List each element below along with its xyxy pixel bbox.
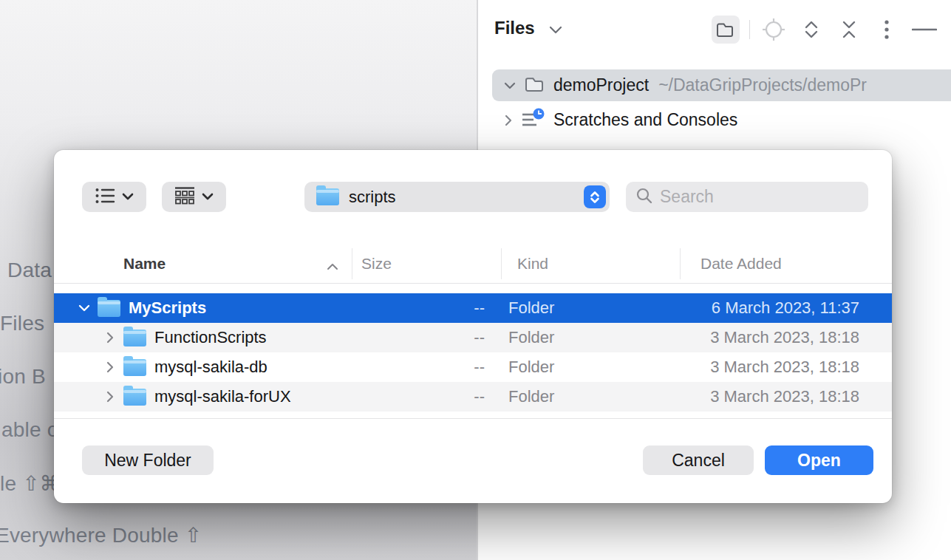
folder-outline-icon: [525, 75, 545, 96]
date-added-cell: 3 March 2023, 18:18: [680, 328, 892, 347]
tree-item-label: Scratches and Consoles: [553, 110, 737, 130]
chevron-down-icon[interactable]: [78, 304, 91, 313]
date-added-cell: 6 March 2023, 11:37: [680, 298, 892, 318]
folder-icon: [123, 329, 146, 346]
column-header-name[interactable]: Name: [54, 255, 352, 273]
open-file-dialog: scripts Name: [54, 150, 892, 503]
expand-all-icon[interactable]: [797, 16, 825, 44]
folder-icon: [123, 359, 146, 376]
hide-icon[interactable]: [910, 16, 938, 44]
list-view-icon: [95, 187, 115, 208]
sort-ascending-icon: [326, 257, 339, 275]
chevron-down-icon: [202, 191, 214, 204]
folder-icon: [316, 188, 339, 205]
more-options-icon[interactable]: [873, 16, 901, 44]
date-added-cell: 3 March 2023, 18:18: [680, 387, 892, 406]
location-popup[interactable]: scripts: [304, 182, 610, 212]
name-cell: mysql-sakila-forUX: [54, 387, 352, 406]
kind-cell: Folder: [501, 358, 680, 377]
new-folder-button[interactable]: New Folder: [82, 445, 214, 475]
folder-icon: [123, 389, 146, 406]
files-panel-header: Files: [478, 0, 951, 59]
cancel-button[interactable]: Cancel: [643, 445, 754, 475]
chevron-right-icon[interactable]: [503, 114, 514, 127]
open-button[interactable]: Open: [765, 445, 873, 475]
files-panel-title[interactable]: Files: [494, 18, 535, 38]
file-name: mysql-sakila-db: [154, 358, 267, 377]
editor-hint-fragment: Everywhere Double ⇧: [0, 523, 202, 547]
column-header-kind[interactable]: Kind: [501, 255, 680, 273]
name-cell: FunctionScripts: [54, 328, 352, 347]
size-cell: --: [352, 298, 501, 318]
column-divider: [352, 248, 352, 279]
size-cell: --: [352, 387, 501, 406]
files-panel-toolbar: [712, 16, 938, 44]
size-cell: --: [352, 358, 501, 377]
editor-hint-fragment: Data: [7, 259, 52, 282]
tree-item-label: demoProject: [553, 75, 649, 95]
name-cell: mysql-sakila-db: [54, 358, 352, 377]
file-table: MyScripts -- Folder 6 March 2023, 11:37 …: [54, 293, 892, 412]
editor-hint-fragment: Files: [0, 312, 44, 335]
table-header-divider: [54, 283, 892, 284]
location-popup-value: scripts: [349, 188, 396, 207]
file-name: MyScripts: [129, 298, 206, 318]
tree-item-demoproject[interactable]: demoProject ~/DataGripProjects/demoPr: [492, 69, 951, 101]
table-row[interactable]: MyScripts -- Folder 6 March 2023, 11:37: [54, 293, 892, 323]
scratches-icon: [520, 107, 545, 134]
editor-hint-fragment: le ⇧⌘: [0, 471, 61, 496]
chevron-down-icon: [122, 191, 134, 204]
locate-icon[interactable]: [760, 16, 788, 44]
column-divider: [501, 248, 502, 279]
chevron-right-icon[interactable]: [103, 361, 117, 373]
table-row[interactable]: mysql-sakila-db -- Folder 3 March 2023, …: [54, 352, 892, 382]
collapse-all-icon[interactable]: [835, 16, 863, 44]
grid-view-icon: [174, 186, 195, 208]
kind-cell: Folder: [501, 387, 680, 406]
screen: Data Files ion B able o le ⇧⌘ Everywhere…: [0, 0, 951, 560]
search-input[interactable]: [660, 187, 852, 207]
tree-item-scratches[interactable]: Scratches and Consoles: [492, 104, 951, 136]
file-name: FunctionScripts: [154, 328, 267, 347]
table-row[interactable]: mysql-sakila-forUX -- Folder 3 March 202…: [54, 382, 892, 412]
chevron-right-icon[interactable]: [103, 391, 117, 403]
column-divider: [680, 248, 681, 279]
chevron-down-icon[interactable]: [503, 81, 517, 91]
grid-view-button[interactable]: [162, 182, 226, 212]
editor-hint-fragment: able o: [1, 418, 59, 442]
search-icon: [635, 187, 653, 208]
column-header-size[interactable]: Size: [352, 255, 501, 273]
table-row[interactable]: FunctionScripts -- Folder 3 March 2023, …: [54, 323, 892, 352]
list-view-button[interactable]: [82, 182, 146, 212]
kind-cell: Folder: [501, 328, 680, 347]
size-cell: --: [352, 328, 501, 347]
file-name: mysql-sakila-forUX: [154, 387, 291, 406]
chevron-down-icon[interactable]: [548, 25, 563, 38]
date-added-cell: 3 March 2023, 18:18: [680, 358, 892, 377]
kind-cell: Folder: [501, 298, 680, 318]
table-bottom-divider: [54, 418, 892, 419]
column-header-date-added[interactable]: Date Added: [680, 255, 892, 273]
editor-hint-fragment: ion B: [0, 365, 46, 389]
popup-stepper-icon[interactable]: [584, 185, 606, 208]
chevron-right-icon[interactable]: [103, 332, 117, 344]
tree-item-path: ~/DataGripProjects/demoPr: [658, 75, 951, 95]
folder-icon: [98, 300, 120, 317]
toolbar-separator: [749, 20, 750, 39]
search-field[interactable]: [626, 182, 868, 212]
folder-icon[interactable]: [712, 16, 740, 44]
table-header: Name Size Kind Date Added: [54, 244, 892, 283]
name-cell: MyScripts: [54, 298, 352, 318]
